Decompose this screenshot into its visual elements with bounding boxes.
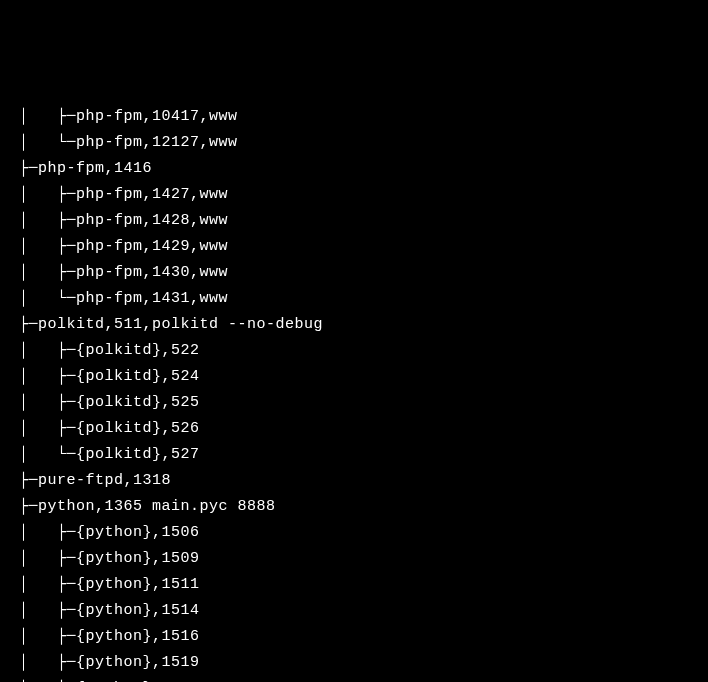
terminal-line: │ ├─php-fpm,1428,www — [0, 208, 708, 234]
terminal-line: │ ├─php-fpm,1430,www — [0, 260, 708, 286]
terminal-line: │ ├─{python},1516 — [0, 624, 708, 650]
terminal-line: ├─php-fpm,1416 — [0, 156, 708, 182]
terminal-line: │ ├─{python},1514 — [0, 598, 708, 624]
terminal-line: │ ├─{python},1521 — [0, 676, 708, 682]
terminal-line: │ ├─{python},1519 — [0, 650, 708, 676]
terminal-line: │ ├─php-fpm,10417,www — [0, 104, 708, 130]
terminal-line: ├─polkitd,511,polkitd --no-debug — [0, 312, 708, 338]
terminal-line: ├─python,1365 main.pyc 8888 — [0, 494, 708, 520]
terminal-line: │ ├─{polkitd},524 — [0, 364, 708, 390]
terminal-line: │ ├─{polkitd},526 — [0, 416, 708, 442]
terminal-line: │ ├─php-fpm,1429,www — [0, 234, 708, 260]
terminal-line: │ └─{polkitd},527 — [0, 442, 708, 468]
terminal-output: │ ├─php-fpm,10417,www │ └─php-fpm,12127,… — [0, 104, 708, 682]
terminal-line: │ ├─{python},1511 — [0, 572, 708, 598]
terminal-line: │ ├─{polkitd},522 — [0, 338, 708, 364]
terminal-line: │ ├─{polkitd},525 — [0, 390, 708, 416]
terminal-line: ├─pure-ftpd,1318 — [0, 468, 708, 494]
terminal-line: │ ├─php-fpm,1427,www — [0, 182, 708, 208]
terminal-line: │ ├─{python},1506 — [0, 520, 708, 546]
terminal-line: │ └─php-fpm,12127,www — [0, 130, 708, 156]
terminal-line: │ ├─{python},1509 — [0, 546, 708, 572]
terminal-line: │ └─php-fpm,1431,www — [0, 286, 708, 312]
